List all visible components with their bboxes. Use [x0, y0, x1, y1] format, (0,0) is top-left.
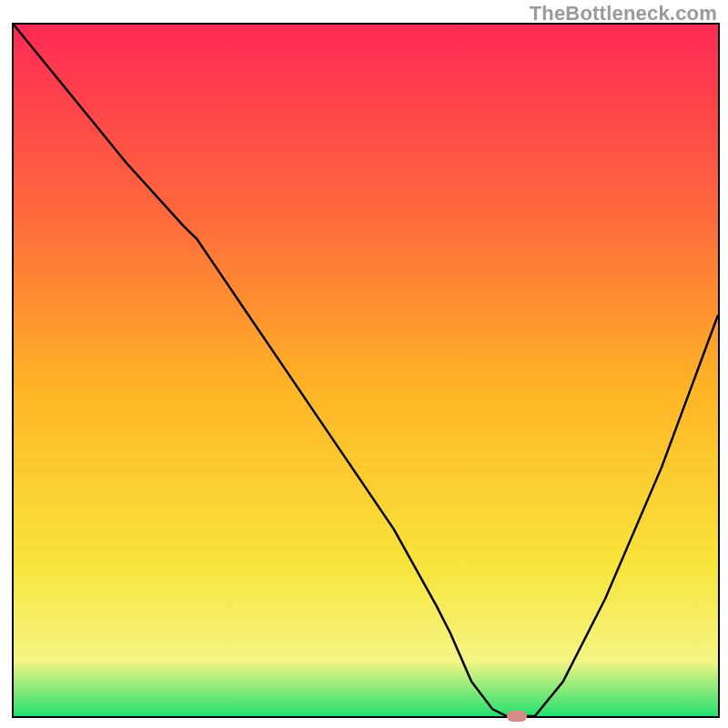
optimal-point-marker: [507, 711, 527, 722]
plot-area: [14, 25, 718, 716]
chart-frame: TheBottleneck.com: [0, 0, 728, 728]
axis-bottom: [12, 716, 720, 718]
bottleneck-curve: [14, 25, 718, 716]
axis-right: [718, 23, 720, 718]
